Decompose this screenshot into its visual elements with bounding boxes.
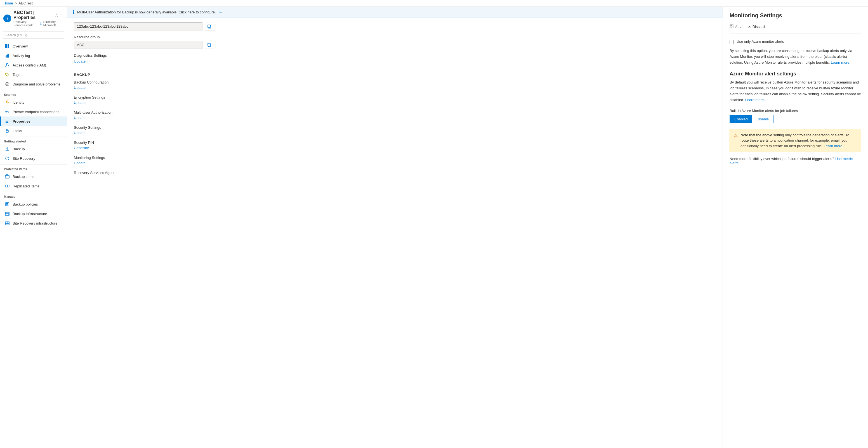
settings-section-label: Settings bbox=[0, 90, 67, 98]
learn-more-1-link[interactable]: Learn more. bbox=[831, 60, 850, 65]
sidebar-item-site-recovery[interactable]: Site Recovery bbox=[0, 153, 67, 163]
sidebar-item-backup-items[interactable]: Backup items bbox=[0, 172, 67, 181]
svg-rect-21 bbox=[5, 175, 9, 178]
sidebar-item-label: Backup Infrastructure bbox=[12, 212, 47, 216]
security-pin-generate-link[interactable]: Generate bbox=[74, 146, 89, 150]
monitoring-section: Monitoring Settings Update bbox=[74, 156, 716, 165]
identity-icon bbox=[5, 100, 10, 105]
toggle-label: Built-in Azure Monitor alerts for job fa… bbox=[730, 109, 861, 113]
notification-info-icon: ℹ bbox=[73, 9, 74, 15]
more-options-icon[interactable]: ··· bbox=[60, 13, 63, 17]
svg-rect-16 bbox=[6, 120, 9, 120]
backup-config-label: Backup Configuration bbox=[74, 80, 716, 84]
activity-icon bbox=[5, 53, 10, 58]
encryption-update-link[interactable]: Update bbox=[74, 101, 86, 105]
notification-bar[interactable]: ℹ Multi-User Authorization for Backup is… bbox=[67, 7, 722, 18]
monitoring-update-link[interactable]: Update bbox=[74, 161, 86, 165]
properties-form: Resource group Diagnostics Settings Upda… bbox=[67, 18, 722, 185]
sidebar-item-site-recovery-infra[interactable]: Site Recovery infrastructure bbox=[0, 218, 67, 228]
locks-icon bbox=[5, 128, 10, 133]
save-icon bbox=[730, 24, 734, 29]
svg-rect-4 bbox=[5, 46, 7, 48]
backup-config-update-link[interactable]: Update bbox=[74, 85, 86, 90]
security-settings-section: Security Settings Update bbox=[74, 126, 716, 135]
svg-point-15 bbox=[8, 111, 9, 112]
breadcrumb-home[interactable]: Home bbox=[3, 1, 13, 5]
diagnostics-update-link[interactable]: Update bbox=[74, 59, 86, 63]
sidebar-item-label: Backup bbox=[12, 147, 25, 151]
sidebar-item-label: Site Recovery infrastructure bbox=[12, 221, 57, 226]
azure-monitor-checkbox-section: Use only Azure monitor alerts By selecti… bbox=[730, 39, 861, 65]
sidebar-item-label: Backup policies bbox=[12, 202, 38, 206]
notification-text: Multi-User Authorization for Backup is n… bbox=[77, 10, 216, 14]
metric-alerts-row: Need more flexibility over which job fai… bbox=[730, 157, 861, 165]
diagnostics-label: Diagnostics Settings bbox=[74, 53, 716, 58]
sidebar-item-label: Access control (IAM) bbox=[12, 63, 46, 67]
sidebar-item-label: Identity bbox=[12, 100, 24, 104]
svg-rect-26 bbox=[6, 204, 8, 205]
encryption-section: Encryption Settings Update bbox=[74, 95, 716, 105]
svg-point-10 bbox=[6, 63, 8, 65]
agent-label: Recovery Services Agent bbox=[74, 171, 716, 175]
sidebar-item-identity[interactable]: Identity bbox=[0, 98, 67, 107]
sidebar-item-backup-policies[interactable]: Backup policies bbox=[0, 199, 67, 209]
azure-monitor-alert-section: Azure Monitor alert settings By default … bbox=[730, 71, 861, 103]
sidebar-nav: Overview Activity log Access control (IA… bbox=[0, 41, 67, 448]
svg-rect-18 bbox=[6, 122, 8, 123]
policies-icon bbox=[5, 202, 10, 207]
endpoints-icon bbox=[5, 109, 10, 114]
save-button[interactable]: Save bbox=[730, 23, 744, 30]
use-azure-monitor-checkbox[interactable] bbox=[730, 40, 734, 44]
save-label: Save bbox=[735, 25, 744, 29]
azure-monitor-section-title: Azure Monitor alert settings bbox=[730, 71, 861, 77]
sidebar-item-properties[interactable]: Properties bbox=[0, 116, 67, 126]
backup-icon bbox=[5, 146, 10, 151]
page-title: ABCTest | Properties bbox=[13, 10, 53, 20]
favorite-icon[interactable]: ☆ bbox=[55, 12, 58, 18]
search-bar bbox=[0, 29, 67, 41]
sidebar-item-tags[interactable]: Tags bbox=[0, 70, 67, 79]
sidebar-item-overview[interactable]: Overview bbox=[0, 41, 67, 51]
sidebar-item-backup[interactable]: Backup bbox=[0, 144, 67, 153]
resource-group-label: Resource group bbox=[74, 35, 716, 39]
svg-point-13 bbox=[7, 101, 8, 102]
properties-icon bbox=[5, 119, 10, 124]
checkbox-row: Use only Azure monitor alerts bbox=[730, 39, 861, 44]
diagnostics-field: Diagnostics Settings Update bbox=[74, 53, 716, 63]
manage-section-label: Manage bbox=[0, 192, 67, 199]
tags-icon bbox=[5, 72, 10, 77]
sidebar-item-backup-infrastructure[interactable]: Backup Infrastructure bbox=[0, 209, 67, 218]
resource-id-input[interactable] bbox=[74, 22, 203, 30]
checkbox-label: Use only Azure monitor alerts bbox=[737, 39, 784, 43]
enabled-toggle-button[interactable]: Enabled bbox=[730, 115, 752, 123]
info-icon[interactable]: ℹ bbox=[40, 22, 42, 26]
learn-more-2-link[interactable]: Learn more. bbox=[745, 98, 765, 102]
copy-resource-group-button[interactable] bbox=[205, 41, 214, 49]
access-icon bbox=[5, 63, 10, 68]
sidebar-item-replicated-items[interactable]: Replicated items bbox=[0, 181, 67, 191]
discard-button[interactable]: ✕ Discard bbox=[748, 24, 765, 30]
svg-rect-19 bbox=[6, 131, 8, 132]
search-input[interactable] bbox=[3, 32, 64, 39]
sidebar-item-label: Private endpoint connections bbox=[12, 110, 59, 114]
sidebar-item-locks[interactable]: Locks bbox=[0, 126, 67, 135]
mua-update-link[interactable]: Update bbox=[74, 116, 86, 120]
security-settings-update-link[interactable]: Update bbox=[74, 131, 86, 135]
resource-id-field bbox=[74, 22, 716, 30]
sidebar-item-label: Activity log bbox=[12, 54, 30, 58]
discard-icon: ✕ bbox=[748, 25, 751, 29]
sidebar-item-diagnose[interactable]: Diagnose and solve problems bbox=[0, 79, 67, 89]
sidebar-item-label: Tags bbox=[12, 73, 20, 77]
learn-more-3-link[interactable]: Learn more. bbox=[824, 144, 843, 148]
sidebar-item-activity-log[interactable]: Activity log bbox=[0, 51, 67, 60]
sidebar-item-private-endpoints[interactable]: Private endpoint connections bbox=[0, 107, 67, 116]
disable-toggle-button[interactable]: Disable bbox=[752, 115, 773, 123]
resource-group-input[interactable] bbox=[74, 41, 203, 49]
backup-section-title: BACKUP bbox=[74, 73, 716, 77]
copy-resource-id-button[interactable] bbox=[205, 23, 214, 30]
sidebar-item-access-control[interactable]: Access control (IAM) bbox=[0, 60, 67, 70]
vault-type-label: Recovery Services vault bbox=[13, 20, 39, 27]
backup-items-icon bbox=[5, 174, 10, 179]
resource-group-field: Resource group bbox=[74, 35, 716, 49]
sidebar-item-label: Replicated items bbox=[12, 184, 39, 188]
